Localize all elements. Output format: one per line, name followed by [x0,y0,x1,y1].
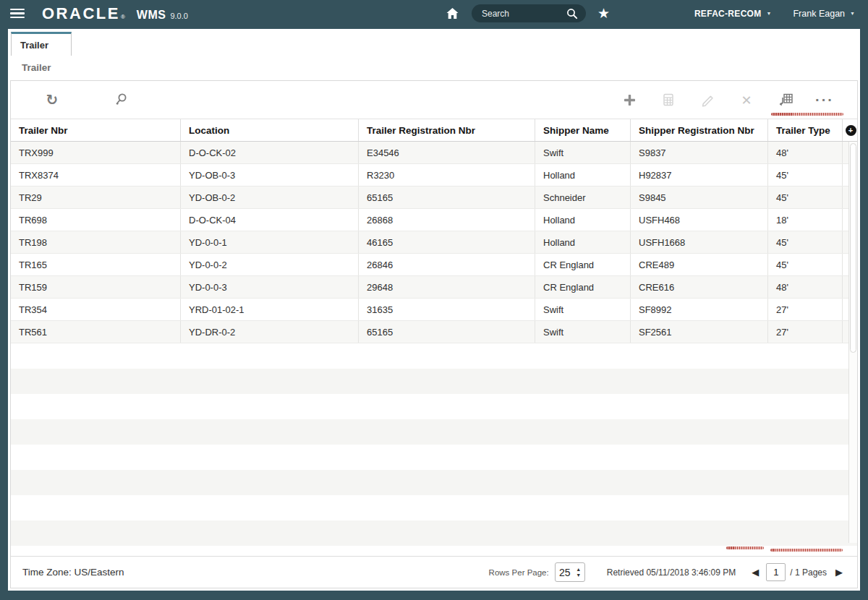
table-cell: E34546 [359,142,535,163]
table-cell: TR29 [11,187,181,208]
table-cell: D-O-CK-04 [181,209,359,231]
table-cell: TR561 [11,321,181,343]
table-cell: YD-DR-0-2 [181,321,359,343]
grid-toolbar: ↻ [11,81,857,119]
table-cell: CR England [535,276,631,298]
table-row[interactable]: TRX999D-O-CK-02E34546SwiftS983748' [11,142,857,164]
table-cell: TRX999 [11,142,181,163]
table-cell: 48' [768,276,843,298]
table-row[interactable]: TR354YRD-01-02-131635SwiftSF899227' [11,299,857,321]
table-row[interactable]: TR198YD-0-0-146165HollandUSFH166845' [11,231,857,254]
table-row[interactable]: TR165YD-0-0-226846CR EnglandCRE48945' [11,254,857,276]
table-cell: YD-OB-0-2 [181,187,359,208]
table-cell: USFH1668 [631,231,768,253]
detail-columns-button[interactable] [766,85,805,114]
table-cell: Swift [535,142,631,163]
column-header[interactable]: Trailer Nbr [11,119,181,141]
edit-button[interactable] [688,85,727,114]
table-cell: CR England [535,254,631,275]
search-input[interactable]: Search [472,4,586,22]
table-cell: TR354 [11,299,181,320]
close-x-icon: ✕ [741,93,752,108]
home-icon[interactable] [445,7,460,21]
column-config-cell: + [843,119,859,141]
column-config-icon[interactable]: + [846,125,856,136]
vertical-scrollbar[interactable] [848,142,857,543]
next-page-icon[interactable]: ▶ [833,567,846,578]
column-header[interactable]: Shipper Name [535,119,631,141]
page-number-input[interactable] [766,563,786,581]
facility-dropdown[interactable]: REFAC-RECOM ▼ [694,9,772,19]
rows-per-page-label: Rows Per Page: [489,568,549,577]
refresh-button[interactable]: ↻ [33,85,72,114]
empty-rows-area [11,343,857,556]
hamburger-menu-icon[interactable] [10,7,25,21]
column-header[interactable]: Shipper Registration Nbr [631,119,768,141]
table-cell: 45' [768,187,843,208]
table-cell: 46165 [359,231,535,253]
table-cell: USFH468 [631,209,768,231]
column-header[interactable]: Trailer Type [768,119,843,141]
table-cell: 65165 [359,321,535,343]
spin-down-icon[interactable]: ▼ [576,573,581,578]
tab-trailer[interactable]: Trailer [11,32,72,56]
facility-label: REFAC-RECOM [694,9,762,19]
table-row[interactable]: TR561YD-DR-0-265165SwiftSF256127' [11,321,857,343]
table-row[interactable]: TRX8374YD-OB-0-3R3230HollandH9283745' [11,164,857,187]
table-cell: Holland [535,164,631,186]
red-annotation-mark [770,549,843,552]
copy-button[interactable] [649,85,688,114]
table-cell: YD-0-0-2 [181,254,359,275]
grid-header-row: Trailer NbrLocationTrailer Registration … [11,119,857,142]
tab-strip: Trailer [8,29,860,56]
table-cell: CRE489 [631,254,768,275]
table-cell: 26846 [359,254,535,275]
column-header[interactable]: Location [181,119,359,141]
table-cell: Holland [535,231,631,253]
table-row[interactable]: TR159YD-0-0-329648CR EnglandCRE61648' [11,276,857,299]
table-cell: SF8992 [631,299,768,320]
table-cell: TR198 [11,231,181,253]
plus-icon [624,94,636,106]
search-placeholder: Search [482,9,566,19]
grid-body: TRX999D-O-CK-02E34546SwiftS983748'TRX837… [11,142,857,556]
table-cell: Schneider [535,187,631,208]
table-cell: 26868 [359,209,535,231]
pencil-icon [701,93,715,107]
scrollbar-thumb[interactable] [850,143,856,353]
table-cell: 27' [768,321,843,343]
table-row[interactable]: TR698D-O-CK-0426868HollandUSFH46818' [11,209,857,231]
table-cell: D-O-CK-02 [181,142,359,163]
brand-logo: ORACLE® WMS 9.0.0 [42,4,188,23]
table-cell: 45' [768,164,843,186]
table-cell: 65165 [359,187,535,208]
red-annotation-underline [771,113,843,116]
table-row[interactable]: TR29YD-OB-0-265165SchneiderS984545' [11,187,857,209]
table-cell: TR165 [11,254,181,275]
add-button[interactable] [610,85,649,114]
table-cell: Holland [535,209,631,231]
rows-per-page-stepper[interactable]: 25 ▲ ▼ [555,562,585,582]
oracle-logo: ORACLE [42,4,120,23]
chevron-down-icon: ▼ [850,11,855,16]
table-cell: Swift [535,321,631,343]
search-filter-button[interactable] [102,85,141,114]
magnifier-icon [114,93,129,107]
table-cell: 45' [768,231,843,253]
ellipsis-icon: ··· [815,92,834,108]
tab-label: Trailer [20,40,48,51]
delete-button[interactable]: ✕ [727,85,766,114]
timezone-label: Time Zone: US/Eastern [22,567,124,578]
user-dropdown[interactable]: Frank Eagan ▼ [793,9,855,19]
more-actions-button[interactable]: ··· [805,85,844,114]
prev-page-icon[interactable]: ◀ [749,567,762,578]
table-cell: S9837 [631,142,768,163]
column-header[interactable]: Trailer Registration Nbr [359,119,535,141]
favorites-star-icon[interactable]: ★ [597,7,610,20]
table-cell: TR698 [11,209,181,231]
table-cell: 31635 [359,299,535,320]
search-icon[interactable] [566,7,579,20]
registered-mark: ® [121,14,125,20]
table-cell: H92837 [631,164,768,186]
spin-up-icon[interactable]: ▲ [576,567,581,572]
